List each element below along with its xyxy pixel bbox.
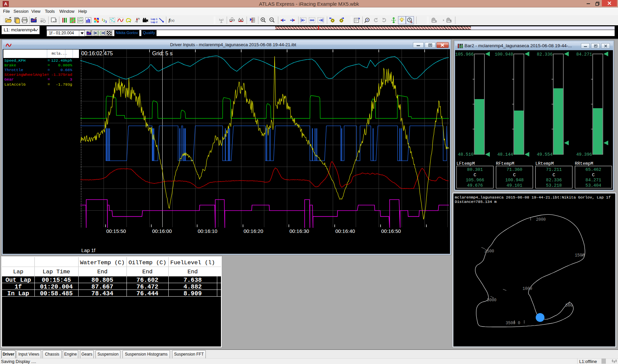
svg-text:3500 0: 3500 0 [506, 321, 520, 326]
svg-text:2000: 2000 [536, 217, 546, 222]
svg-text:1500: 1500 [575, 253, 585, 258]
svg-text:(x): (x) [170, 19, 174, 23]
svg-text:3: 3 [105, 20, 107, 24]
svg-text:500: 500 [565, 303, 573, 308]
svg-text:N: N [138, 18, 140, 20]
svg-text:2500: 2500 [484, 249, 494, 254]
svg-text:3000: 3000 [487, 298, 497, 303]
svg-text:Lap 2: Lap 2 [151, 21, 158, 24]
svg-text:REC: REC [40, 18, 45, 20]
svg-text:1000: 1000 [523, 286, 532, 291]
svg-text:M: M [411, 22, 413, 24]
svg-text:Lap 1: Lap 1 [151, 18, 158, 21]
